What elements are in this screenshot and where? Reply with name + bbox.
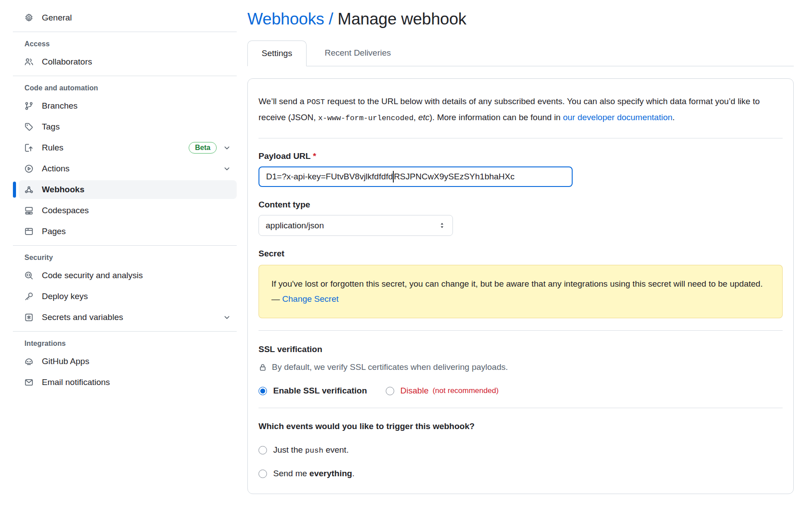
send-everything-label[interactable]: Send me everything. (273, 469, 355, 478)
beta-badge: Beta (189, 142, 217, 154)
sidebar-item-collaborators[interactable]: Collaborators (19, 53, 237, 71)
send-everything-bold: everything (309, 469, 352, 478)
sidebar-item-label: GitHub Apps (42, 357, 89, 366)
git-branch-icon (24, 101, 33, 110)
just-push-suffix: event. (323, 445, 349, 454)
ssl-note: By default, we verify SSL certificates w… (259, 362, 783, 372)
main-content: Webhooks / Manage webhook Settings Recen… (247, 0, 812, 531)
events-question: Which events would you like to trigger t… (259, 422, 783, 431)
sidebar-item-github-apps[interactable]: GitHub Apps (19, 352, 237, 371)
code-scan-icon (24, 271, 33, 280)
sidebar-item-label: Deploy keys (42, 292, 88, 301)
push-code: push (305, 446, 323, 455)
sidebar-section-integrations: Integrations (24, 340, 237, 348)
sidebar-item-label: Codespaces (42, 206, 89, 215)
sidebar-item-codespaces[interactable]: Codespaces (19, 201, 237, 220)
gear-icon (24, 13, 33, 22)
payload-url-value-before-cursor: D1=?x-api-key=FUtvBV8vjlkfdfdfd (266, 172, 393, 182)
sidebar-item-deploy-keys[interactable]: Deploy keys (19, 287, 237, 306)
ssl-note-text: By default, we verify SSL certificates w… (272, 362, 508, 372)
breadcrumb-webhooks-link[interactable]: Webhooks (247, 10, 324, 28)
sidebar-item-tags[interactable]: Tags (19, 118, 237, 136)
secret-warning-text: If you've lost or forgotten this secret,… (271, 279, 763, 304)
disable-ssl-radio[interactable] (386, 387, 394, 395)
people-icon (24, 57, 33, 66)
sidebar-item-code-security[interactable]: Code security and analysis (19, 266, 237, 285)
intro-etc: etc (418, 113, 429, 122)
sidebar-item-general[interactable]: General (19, 8, 237, 27)
sidebar-item-pages[interactable]: Pages (19, 222, 237, 241)
divider (13, 245, 237, 246)
disable-ssl-note: (not recommended) (432, 386, 498, 395)
breadcrumb-separator-slash: / (329, 10, 333, 28)
key-icon (24, 292, 33, 301)
intro-text: ). More information can be found in (429, 113, 563, 122)
enable-ssl-radio[interactable] (259, 387, 267, 395)
hubot-icon (24, 357, 33, 366)
divider (259, 408, 783, 408)
codespaces-icon (24, 206, 33, 215)
chevron-down-icon (223, 313, 231, 321)
payload-url-label: Payload URL* (259, 151, 783, 161)
intro-text: . (672, 113, 675, 122)
webhook-settings-card: We’ll send a POST request to the URL bel… (247, 78, 794, 494)
required-asterisk: * (313, 151, 316, 161)
tab-recent-deliveries[interactable]: Recent Deliveries (307, 41, 409, 66)
sidebar-item-label: Secrets and variables (42, 312, 123, 322)
chevron-down-icon (223, 165, 231, 173)
tab-bar: Settings Recent Deliveries (247, 41, 794, 66)
divider (13, 76, 237, 76)
sidebar-item-email-notifications[interactable]: Email notifications (19, 373, 237, 392)
sidebar-item-label: Email notifications (42, 377, 110, 387)
sidebar-item-label: Pages (42, 227, 66, 236)
divider (259, 138, 783, 138)
post-code: POST (307, 98, 325, 106)
intro-text: , (413, 113, 418, 122)
urlencoded-code: x-www-form-urlencoded (318, 114, 413, 122)
content-type-value: application/json (266, 221, 324, 231)
webhook-icon (24, 185, 33, 194)
sidebar-item-secrets-variables[interactable]: Secrets and variables (19, 308, 237, 327)
sidebar-item-label: Rules (42, 143, 64, 153)
tab-settings[interactable]: Settings (247, 41, 307, 66)
sidebar-item-label: Branches (42, 101, 77, 111)
page: General Access Collaborators Code and au… (0, 0, 812, 531)
sidebar-item-actions[interactable]: Actions (19, 159, 237, 178)
just-push-label[interactable]: Just the push event. (273, 445, 349, 455)
secret-warning-box: If you've lost or forgotten this secret,… (259, 265, 783, 318)
send-everything-prefix: Send me (273, 469, 309, 478)
select-arrows-icon (438, 222, 446, 229)
change-secret-link[interactable]: Change Secret (282, 294, 339, 304)
sidebar-item-label: General (42, 13, 72, 23)
content-type-select[interactable]: application/json (259, 215, 453, 236)
asterisk-box-icon (24, 313, 33, 322)
sidebar-item-label: Webhooks (42, 185, 85, 195)
sidebar-item-label: Collaborators (42, 57, 92, 67)
payload-url-value-after-cursor: RSJPNCwX9ySEzSYh1bhaHXc (394, 172, 514, 182)
sidebar-item-webhooks[interactable]: Webhooks (19, 180, 237, 199)
content-type-label: Content type (259, 200, 783, 210)
sidebar-section-code-automation: Code and automation (24, 84, 237, 92)
ssl-radio-row: Enable SSL verification Disable (not rec… (259, 386, 783, 396)
breadcrumb-separator (324, 10, 329, 28)
sidebar-item-branches[interactable]: Branches (19, 97, 237, 115)
disable-ssl-label[interactable]: Disable (400, 386, 428, 396)
page-title: Webhooks / Manage webhook (247, 10, 794, 28)
divider (259, 330, 783, 331)
divider (13, 331, 237, 332)
chevron-down-icon (223, 144, 231, 152)
sidebar-section-security: Security (24, 254, 237, 262)
sidebar-item-label: Tags (42, 122, 60, 132)
just-push-radio[interactable] (259, 446, 267, 454)
sidebar-section-access: Access (24, 40, 237, 48)
event-option-push: Just the push event. (259, 445, 783, 455)
sidebar-item-rules[interactable]: Rules Beta (19, 138, 237, 157)
developer-docs-link[interactable]: our developer documentation (563, 113, 672, 122)
settings-sidebar: General Access Collaborators Code and au… (0, 0, 247, 531)
payload-url-label-text: Payload URL (259, 151, 311, 161)
payload-url-input[interactable]: D1=?x-api-key=FUtvBV8vjlkfdfdfdRSJPNCwX9… (259, 166, 573, 187)
event-option-everything: Send me everything. (259, 469, 783, 478)
enable-ssl-label[interactable]: Enable SSL verification (273, 386, 367, 396)
send-everything-radio[interactable] (259, 470, 267, 478)
send-everything-suffix: . (352, 469, 354, 478)
